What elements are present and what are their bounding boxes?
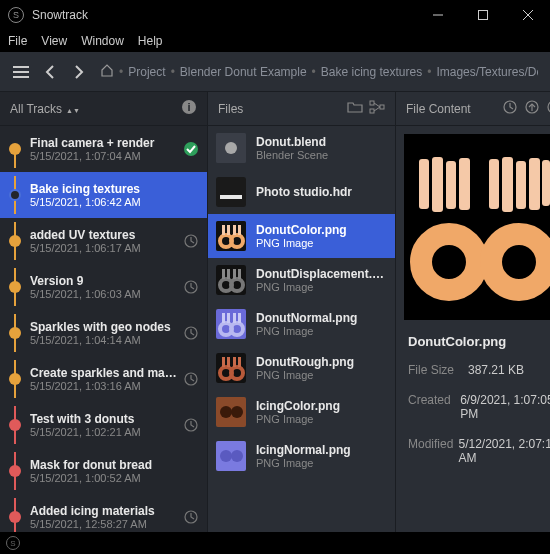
track-time: 5/15/2021, 12:58:27 AM [30, 518, 179, 530]
file-name: DonutDisplacement.png [256, 267, 387, 281]
file-type: PNG Image [256, 369, 387, 381]
file-item[interactable]: DonutNormal.pngPNG Image [208, 302, 395, 346]
track-title: Bake icing textures [30, 182, 195, 196]
track-time: 5/15/2021, 1:00:52 AM [30, 472, 195, 484]
svg-rect-30 [233, 225, 236, 235]
tracks-header: All Tracks▲▼ i [0, 92, 207, 126]
files-header-label: Files [218, 102, 341, 116]
tree-view-icon[interactable] [369, 100, 385, 117]
minimize-button[interactable] [415, 0, 460, 30]
svg-rect-49 [222, 357, 225, 367]
commit-dot-icon [9, 373, 21, 385]
home-icon[interactable] [100, 63, 114, 80]
svg-rect-23 [216, 177, 246, 207]
svg-rect-28 [222, 225, 225, 235]
file-type: PNG Image [256, 413, 387, 425]
svg-rect-16 [370, 101, 374, 105]
svg-line-20 [374, 107, 380, 111]
menu-help[interactable]: Help [138, 34, 163, 48]
svg-rect-52 [238, 357, 241, 367]
track-item[interactable]: Test with 3 donuts5/15/2021, 1:02:21 AM [0, 402, 207, 448]
crumb-example[interactable]: Blender Donut Example [180, 65, 307, 79]
file-thumbnail [216, 265, 246, 295]
file-item[interactable]: IcingNormal.pngPNG Image [208, 434, 395, 478]
svg-rect-31 [238, 225, 241, 235]
svg-rect-66 [432, 157, 443, 212]
download-icon[interactable] [546, 99, 550, 118]
file-type: PNG Image [256, 237, 387, 249]
hamburger-icon[interactable] [12, 62, 29, 82]
track-item[interactable]: Create sparkles and material5/15/2021, 1… [0, 356, 207, 402]
svg-rect-29 [227, 225, 230, 235]
file-item[interactable]: Photo studio.hdr [208, 170, 395, 214]
track-item[interactable]: Mask for donut bread5/15/2021, 1:00:52 A… [0, 448, 207, 494]
meta-created: Created 6/9/2021, 1:07:05 PM [396, 385, 550, 429]
folder-icon[interactable] [347, 100, 363, 117]
svg-point-22 [225, 142, 237, 154]
upload-icon[interactable] [524, 99, 540, 118]
status-icon[interactable]: S [6, 536, 20, 550]
files-header: Files [208, 92, 395, 126]
file-type: Blender Scene [256, 149, 387, 161]
file-thumbnail [216, 177, 246, 207]
forward-button[interactable] [71, 62, 88, 82]
file-item[interactable]: DonutDisplacement.pngPNG Image [208, 258, 395, 302]
svg-point-55 [231, 406, 243, 418]
info-icon[interactable]: i [181, 99, 197, 118]
menu-window[interactable]: Window [81, 34, 124, 48]
history-icon [183, 279, 199, 295]
track-title: Added icing materials [30, 504, 179, 518]
tracks-header-label[interactable]: All Tracks▲▼ [10, 102, 175, 116]
file-thumbnail [216, 353, 246, 383]
file-item[interactable]: IcingColor.pngPNG Image [208, 390, 395, 434]
content-panel: File Content [396, 92, 550, 532]
close-button[interactable] [505, 0, 550, 30]
svg-rect-1 [478, 11, 487, 20]
meta-size: File Size 387.21 KB [396, 355, 550, 385]
maximize-button[interactable] [460, 0, 505, 30]
track-item[interactable]: added UV textures5/15/2021, 1:06:17 AM [0, 218, 207, 264]
history-icon[interactable] [502, 99, 518, 118]
svg-rect-38 [238, 269, 241, 279]
menu-file[interactable]: File [8, 34, 27, 48]
files-list[interactable]: Donut.blendBlender ScenePhoto studio.hdr… [208, 126, 395, 532]
commit-dot-icon [9, 235, 21, 247]
tracks-list[interactable]: Final camera + render5/15/2021, 1:07:04 … [0, 126, 207, 532]
svg-rect-73 [542, 160, 550, 206]
file-name: Photo studio.hdr [256, 185, 387, 199]
track-item[interactable]: Bake icing textures5/15/2021, 1:06:42 AM [0, 172, 207, 218]
track-item[interactable]: Sparkles with geo nodes5/15/2021, 1:04:1… [0, 310, 207, 356]
crumb-commit[interactable]: Bake icing textures [321, 65, 422, 79]
svg-point-54 [220, 406, 232, 418]
preview-filename: DonutColor.png [396, 328, 550, 355]
breadcrumb: • Project • Blender Donut Example • Bake… [100, 63, 538, 80]
commit-dot-icon [9, 419, 21, 431]
file-item[interactable]: Donut.blendBlender Scene [208, 126, 395, 170]
file-name: IcingNormal.png [256, 443, 387, 457]
toolbar: • Project • Blender Donut Example • Bake… [0, 52, 550, 92]
svg-rect-69 [489, 159, 499, 209]
app-icon: S [8, 7, 24, 23]
track-item[interactable]: Final camera + render5/15/2021, 1:07:04 … [0, 126, 207, 172]
svg-line-19 [374, 103, 380, 107]
back-button[interactable] [41, 62, 58, 82]
track-time: 5/15/2021, 1:06:42 AM [30, 196, 195, 208]
history-icon [183, 417, 199, 433]
crumb-project[interactable]: Project [128, 65, 165, 79]
file-name: DonutRough.png [256, 355, 387, 369]
menu-view[interactable]: View [41, 34, 67, 48]
track-title: Sparkles with geo nodes [30, 320, 179, 334]
file-item[interactable]: DonutColor.pngPNG Image [208, 214, 395, 258]
file-name: Donut.blend [256, 135, 387, 149]
crumb-path[interactable]: Images/Textures/DonutColor.pn [436, 65, 538, 79]
track-item[interactable]: Added icing materials5/15/2021, 12:58:27… [0, 494, 207, 532]
svg-point-58 [231, 450, 243, 462]
meta-modified: Modified 5/12/2021, 2:07:14 AM [396, 429, 550, 473]
svg-point-9 [184, 142, 198, 156]
svg-rect-70 [502, 157, 513, 212]
file-thumbnail [216, 441, 246, 471]
file-thumbnail [216, 221, 246, 251]
file-item[interactable]: DonutRough.pngPNG Image [208, 346, 395, 390]
track-item[interactable]: Version 95/15/2021, 1:06:03 AM [0, 264, 207, 310]
file-thumbnail [216, 309, 246, 339]
